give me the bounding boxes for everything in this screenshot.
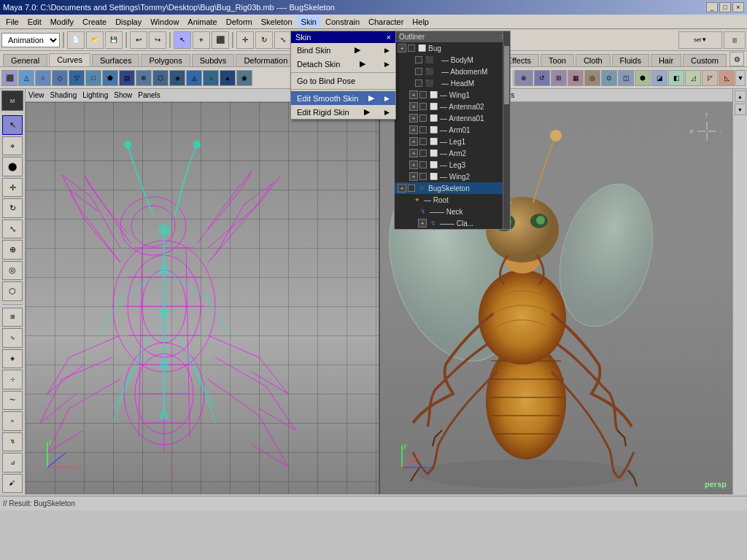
- shelf-icon-10[interactable]: ⬡: [152, 70, 169, 86]
- check-wing1[interactable]: [419, 91, 427, 98]
- expand-arm01[interactable]: +: [409, 125, 418, 134]
- undo-btn[interactable]: ↩: [130, 31, 147, 49]
- outliner-item-arm2[interactable]: + ⬜ — Arm2: [395, 147, 510, 159]
- detach-skin-item[interactable]: Detach Skin ▶: [291, 57, 395, 71]
- outliner-item-headm[interactable]: ⬛ — HeadM: [395, 77, 510, 89]
- tab-fluids[interactable]: Fluids: [612, 54, 649, 66]
- outliner-item-leg3[interactable]: + ⬜ — Leg3: [395, 159, 510, 171]
- check-ant01[interactable]: [419, 114, 427, 122]
- move-btn[interactable]: ✛: [236, 31, 254, 49]
- menu-skin[interactable]: Skin: [297, 16, 321, 28]
- shelf-icon-4[interactable]: ◇: [52, 70, 68, 86]
- expand-leg1[interactable]: +: [409, 137, 418, 146]
- outliner-item-leg1[interactable]: + ⬜ — Leg1: [395, 136, 510, 147]
- outliner-item-cla[interactable]: + ↯ —— Cla...: [395, 217, 510, 229]
- menu-deform[interactable]: Deform: [222, 16, 257, 28]
- squash-tool[interactable]: ⊹: [2, 370, 23, 389]
- shelf-icon-8[interactable]: ▤: [119, 70, 135, 86]
- rshelf-icon-3[interactable]: ⊞: [551, 70, 567, 86]
- shelf-icon-13[interactable]: ⬦: [203, 70, 219, 86]
- sine-tool[interactable]: ≈: [2, 411, 23, 430]
- rshelf-icon-6[interactable]: ⊙: [601, 70, 617, 86]
- select-tool[interactable]: ↖: [2, 115, 23, 134]
- animation-mode-dropdown[interactable]: Animation: [1, 33, 60, 47]
- bend-tool[interactable]: ∿: [2, 328, 23, 347]
- tab-deformation[interactable]: Deformation: [236, 54, 295, 66]
- tab-toon[interactable]: Toon: [541, 54, 574, 66]
- flare-tool[interactable]: ◈: [2, 349, 23, 368]
- expand-wing2[interactable]: +: [409, 172, 418, 181]
- shelf-icon-15[interactable]: ◉: [236, 70, 252, 86]
- check-arm2[interactable]: [419, 149, 427, 157]
- tab-hair[interactable]: Hair: [651, 54, 681, 66]
- paint-select-tool[interactable]: ⬤: [2, 157, 23, 176]
- check-arm01[interactable]: [419, 126, 427, 133]
- check-leg1[interactable]: [419, 138, 427, 145]
- tab-polygons[interactable]: Polygons: [141, 54, 190, 66]
- shelf-icon-11[interactable]: ◈: [169, 70, 185, 86]
- select-btn[interactable]: ↖: [174, 31, 191, 49]
- rshelf-icon-7[interactable]: ◫: [618, 70, 634, 86]
- rshelf-scrolldown-btn[interactable]: ▼: [735, 70, 746, 86]
- outliner-item-antenna01[interactable]: + ⬜ — Antenna01: [395, 112, 510, 124]
- rotate-tool[interactable]: ↻: [2, 198, 23, 217]
- shelf-icon-9[interactable]: ⊗: [136, 70, 152, 86]
- tab-cloth[interactable]: Cloth: [576, 54, 611, 66]
- tab-subdivs[interactable]: Subdvs: [192, 54, 235, 66]
- menu-animate[interactable]: Animate: [183, 16, 221, 28]
- check-ant02[interactable]: [419, 103, 427, 110]
- bind-skin-item[interactable]: Bind Skin ▶: [291, 43, 395, 57]
- menu-skeleton[interactable]: Skeleton: [257, 16, 297, 28]
- outliner-item-antenna02[interactable]: + ⬜ — Antenna02: [395, 101, 510, 112]
- check-leg3[interactable]: [419, 161, 427, 168]
- go-to-bind-pose-item[interactable]: Go to Bind Pose: [291, 74, 395, 88]
- outliner-item-arm01[interactable]: + ⬜ — Arm01: [395, 124, 510, 136]
- rshelf-icon-5[interactable]: ◎: [584, 70, 600, 86]
- shelf-icon-6[interactable]: □: [85, 70, 101, 86]
- save-btn[interactable]: 💾: [105, 31, 123, 49]
- soft-modify-tool[interactable]: ◎: [2, 261, 23, 280]
- shelf-icon-12[interactable]: ◬: [186, 70, 202, 86]
- shelf-icon-2[interactable]: △: [18, 70, 34, 86]
- rshelf-icon-4[interactable]: ▦: [568, 70, 584, 86]
- paint-btn[interactable]: ⬛: [212, 31, 229, 49]
- menu-display[interactable]: Display: [111, 16, 146, 28]
- outliner-item-bugskeleton[interactable]: + ☆ BugSkeleton: [395, 182, 510, 194]
- viewport-left-canvas[interactable]: x y ↑: [26, 102, 379, 494]
- menu-edit[interactable]: Edit: [23, 16, 46, 28]
- menu-help[interactable]: Help: [408, 16, 433, 28]
- menu-window[interactable]: Window: [146, 16, 183, 28]
- expand-leg3[interactable]: +: [409, 160, 418, 169]
- vp-view-btn[interactable]: View: [28, 91, 44, 99]
- rshelf-icon-11[interactable]: ◿: [685, 70, 701, 86]
- expand-wing1[interactable]: +: [409, 90, 418, 99]
- rshelf-icon-12[interactable]: ◸: [702, 70, 718, 86]
- extrude-tool[interactable]: ⊿: [2, 453, 23, 472]
- outliner-item-abdomenm[interactable]: ⬛ — AbdomenM: [395, 66, 510, 77]
- shelf-icon-3[interactable]: ○: [35, 70, 51, 86]
- tab-custom[interactable]: Custom: [683, 54, 727, 66]
- rshelf-icon-13[interactable]: ◺: [719, 70, 735, 86]
- edit-smooth-skin-item[interactable]: Edit Smooth Skin ▶: [291, 91, 395, 105]
- rscroll-btn-1[interactable]: ▲: [735, 90, 746, 102]
- rshelf-icon-2[interactable]: ↺: [534, 70, 550, 86]
- vp-lighting-btn[interactable]: Lighting: [82, 91, 108, 99]
- menu-file[interactable]: File: [1, 16, 23, 28]
- twist-tool[interactable]: ↯: [2, 432, 23, 451]
- vp-panels-btn[interactable]: Panels: [138, 91, 160, 99]
- vp-show-btn[interactable]: Show: [114, 91, 132, 99]
- lattice-tool[interactable]: ⊞: [2, 308, 23, 327]
- open-btn[interactable]: 📂: [86, 31, 104, 49]
- lasso-tool[interactable]: ⌖: [2, 136, 23, 155]
- expand-cla[interactable]: +: [418, 219, 427, 228]
- rshelf-icon-10[interactable]: ◧: [668, 70, 684, 86]
- outliner-item-root[interactable]: ✦ — Root: [395, 194, 510, 206]
- outliner-item-bodym[interactable]: ⬛ — BodyM: [395, 54, 510, 66]
- outliner-item-bug[interactable]: + ⬜ Bug: [395, 42, 510, 54]
- select-type-btn[interactable]: sel▼: [678, 31, 722, 49]
- maximize-btn[interactable]: □: [719, 2, 731, 12]
- expand-ant01[interactable]: +: [409, 114, 418, 122]
- universal-manip-tool[interactable]: ⊕: [2, 240, 23, 259]
- check-wing2[interactable]: [419, 173, 427, 180]
- close-btn[interactable]: ×: [732, 2, 744, 12]
